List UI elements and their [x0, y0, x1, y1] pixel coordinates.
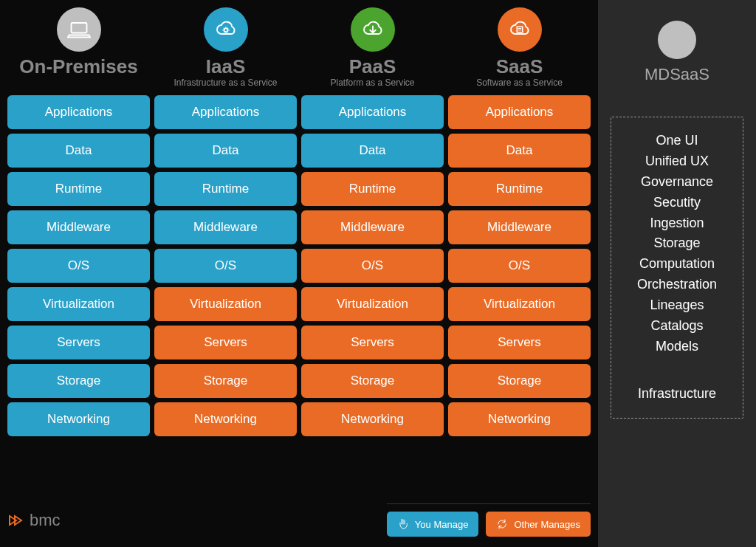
cell-iaas-networking: Networking: [154, 402, 297, 436]
column-title: SaaS: [496, 56, 543, 78]
svg-rect-0: [71, 23, 86, 33]
cell-saas-networking: Networking: [448, 402, 591, 436]
mdsaas-title: MDSaaS: [645, 65, 709, 84]
cell-on-premises-virtualization: Virtualization: [7, 287, 150, 321]
cell-paas-storage: Storage: [301, 364, 444, 398]
legend: You Manage Other Manages: [387, 503, 591, 537]
feature-computation: Computation: [639, 254, 715, 275]
svg-point-1: [224, 29, 227, 32]
feature-orchestration: Orchestration: [637, 275, 717, 295]
cell-saas-storage: Storage: [448, 364, 591, 398]
column-header-paas: PaaSPlatform as a Service: [301, 7, 444, 89]
cell-iaas-virtualization: Virtualization: [154, 287, 297, 321]
column-subtitle: Platform as a Service: [330, 78, 414, 89]
svg-rect-2: [517, 27, 523, 32]
refresh-icon: [496, 518, 508, 530]
bmc-logo: bmc: [7, 511, 61, 530]
cloud-gear-icon: [204, 7, 248, 52]
bmc-logo-text: bmc: [30, 511, 61, 530]
cell-on-premises-applications: Applications: [7, 95, 150, 129]
cell-on-premises-storage: Storage: [7, 364, 150, 398]
cell-iaas-runtime: Runtime: [154, 172, 297, 206]
cell-iaas-storage: Storage: [154, 364, 297, 398]
feature-ingestion: Ingestion: [650, 213, 704, 234]
cell-iaas-data: Data: [154, 134, 297, 168]
feature-lineages: Lineages: [650, 295, 704, 316]
cloud-doc-icon: [498, 7, 542, 52]
cell-saas-o-s: O/S: [448, 249, 591, 283]
column-title: On-Premises: [19, 56, 137, 78]
column-title: PaaS: [349, 56, 396, 78]
cell-saas-applications: Applications: [448, 95, 591, 129]
cell-on-premises-o-s: O/S: [7, 249, 150, 283]
feature-models: Models: [656, 337, 698, 357]
cell-iaas-servers: Servers: [154, 326, 297, 359]
cell-saas-runtime: Runtime: [448, 172, 591, 206]
cell-on-premises-middleware: Middleware: [7, 210, 150, 244]
footer: bmc You Manage Other Manages: [7, 503, 591, 537]
column-headers: On-PremisesIaaSInfrastructure as a Servi…: [7, 7, 591, 89]
cell-paas-servers: Servers: [301, 326, 444, 359]
legend-other-manages: Other Manages: [486, 512, 591, 537]
laptop-icon: [57, 7, 101, 52]
cell-paas-virtualization: Virtualization: [301, 287, 444, 321]
column-header-on-premises: On-Premises: [7, 7, 150, 89]
mdsaas-features-box: One UIUnified UXGovernanceSecutityIngest…: [611, 117, 743, 419]
feature-infrastructure: Infrastructure: [638, 384, 716, 405]
column-header-saas: SaaSSoftware as a Service: [448, 7, 591, 89]
cell-saas-virtualization: Virtualization: [448, 287, 591, 321]
bmc-logo-icon: [7, 512, 25, 529]
cell-iaas-middleware: Middleware: [154, 210, 297, 244]
feature-one-ui: One UI: [656, 131, 698, 151]
cell-paas-data: Data: [301, 134, 444, 168]
legend-other-label: Other Manages: [514, 519, 580, 530]
cell-paas-o-s: O/S: [301, 249, 444, 283]
cell-on-premises-data: Data: [7, 134, 150, 168]
cell-on-premises-runtime: Runtime: [7, 172, 150, 206]
cell-iaas-applications: Applications: [154, 95, 297, 129]
mdsaas-icon: [658, 21, 696, 59]
column-header-iaas: IaaSInfrastructure as a Service: [154, 7, 297, 89]
feature-catalogs: Catalogs: [650, 316, 703, 337]
feature-secutity: Secutity: [653, 193, 701, 213]
column-subtitle: Infrastructure as a Service: [173, 78, 277, 89]
feature-governance: Governance: [641, 172, 713, 193]
cell-saas-data: Data: [448, 134, 591, 168]
cell-iaas-o-s: O/S: [154, 249, 297, 283]
legend-you-label: You Manage: [415, 519, 469, 530]
cell-paas-middleware: Middleware: [301, 210, 444, 244]
cell-paas-applications: Applications: [301, 95, 444, 129]
legend-you-manage: You Manage: [387, 512, 479, 537]
side-panel: MDSaaS One UIUnified UXGovernanceSecutit…: [598, 0, 756, 547]
cell-saas-servers: Servers: [448, 326, 591, 359]
cell-saas-middleware: Middleware: [448, 210, 591, 244]
hand-icon: [397, 518, 409, 530]
feature-unified-ux: Unified UX: [645, 151, 709, 172]
column-subtitle: Software as a Service: [476, 78, 563, 89]
main-diagram: On-PremisesIaaSInfrastructure as a Servi…: [0, 0, 598, 547]
cell-on-premises-servers: Servers: [7, 326, 150, 359]
cloud-down-icon: [351, 7, 395, 52]
column-title: IaaS: [206, 56, 246, 78]
cell-paas-networking: Networking: [301, 402, 444, 436]
cell-on-premises-networking: Networking: [7, 402, 150, 436]
layers-grid: ApplicationsApplicationsApplicationsAppl…: [7, 95, 591, 436]
feature-storage: Storage: [653, 233, 700, 254]
cell-paas-runtime: Runtime: [301, 172, 444, 206]
